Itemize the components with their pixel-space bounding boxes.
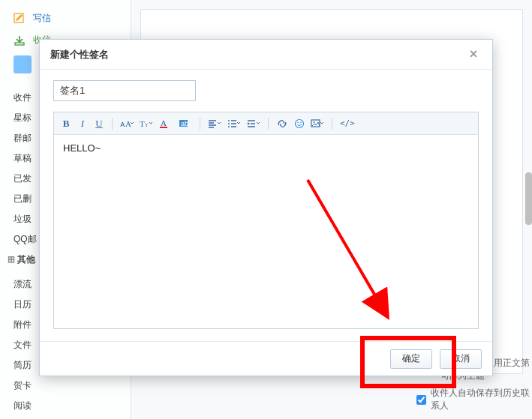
toolbar-separator	[332, 118, 332, 130]
source-button[interactable]: </>	[338, 115, 357, 132]
link-button[interactable]	[274, 115, 290, 132]
editor-toolbar: B I U ᴀA TT A ab	[54, 112, 478, 135]
svg-point-9	[228, 120, 230, 121]
svg-text:T: T	[140, 119, 145, 128]
list-button[interactable]	[225, 115, 243, 132]
modal-overlay: 新建个性签名 × B I U ᴀA TT A	[0, 0, 532, 419]
svg-text:T: T	[145, 122, 149, 128]
image-button[interactable]	[308, 115, 326, 132]
close-icon[interactable]: ×	[465, 46, 482, 63]
svg-text:ab: ab	[181, 120, 188, 127]
highlight-button[interactable]: ab	[176, 115, 194, 132]
underline-button[interactable]: U	[92, 115, 107, 132]
emoji-button[interactable]	[292, 115, 307, 132]
toolbar-separator	[268, 118, 269, 130]
svg-point-14	[300, 121, 302, 123]
dialog-title: 新建个性签名	[50, 48, 109, 61]
italic-button[interactable]: I	[75, 115, 90, 132]
toolbar-separator	[200, 118, 200, 130]
signature-dialog: 新建个性签名 × B I U ᴀA TT A	[39, 39, 493, 376]
font-size-button[interactable]: TT	[137, 115, 155, 132]
svg-point-11	[228, 126, 230, 127]
svg-point-16	[314, 121, 315, 123]
font-color-button[interactable]: A	[157, 115, 175, 132]
svg-text:ᴀA: ᴀA	[120, 119, 131, 128]
dialog-footer: 确定 取消	[40, 341, 492, 376]
rich-editor: B I U ᴀA TT A ab	[53, 112, 479, 329]
bold-button[interactable]: B	[59, 115, 74, 132]
editor-content[interactable]: HELLO~	[54, 135, 478, 328]
dialog-titlebar: 新建个性签名 ×	[40, 40, 492, 70]
svg-text:A: A	[161, 118, 167, 127]
svg-point-12	[296, 119, 304, 127]
svg-point-10	[228, 123, 230, 124]
font-family-button[interactable]: ᴀA	[118, 115, 136, 132]
indent-button[interactable]	[245, 115, 263, 132]
svg-rect-6	[160, 127, 167, 128]
cancel-button[interactable]: 取消	[440, 349, 482, 369]
dialog-body: B I U ᴀA TT A ab	[40, 70, 492, 337]
align-button[interactable]	[206, 115, 224, 132]
signature-name-input[interactable]	[53, 80, 196, 101]
ok-button[interactable]: 确定	[390, 349, 432, 369]
toolbar-separator	[112, 118, 113, 130]
svg-point-13	[297, 121, 299, 123]
